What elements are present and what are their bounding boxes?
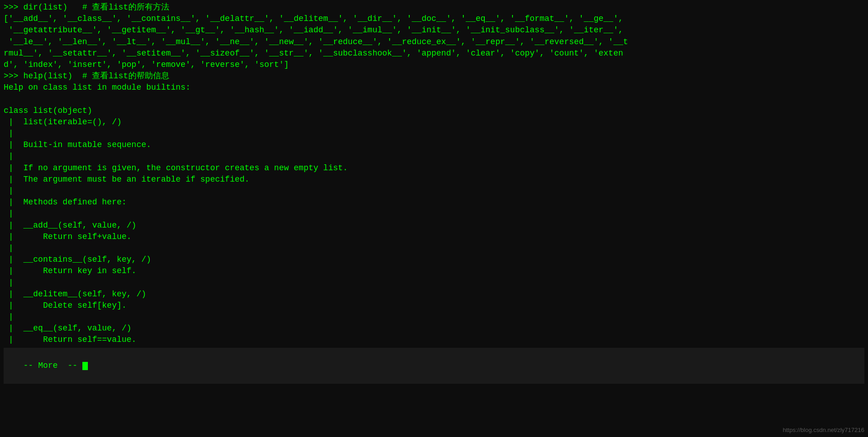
line-dir-output-1: ['__add__', '__class__', '__contains__',… — [4, 13, 864, 25]
line-help-header: Help on class list in module builtins: — [4, 82, 864, 93]
line-bar-blank-4: | — [4, 208, 864, 219]
line-bar-delitem: | __delitem__(self, key, /) — [4, 289, 864, 300]
line-bar-delitem-desc: | Delete self[key]. — [4, 300, 864, 311]
line-bar-desc: | Built-in mutable sequence. — [4, 139, 864, 151]
line-bar-blank-6: | — [4, 277, 864, 289]
line-bar-1: | list(iterable=(), /) — [4, 117, 864, 128]
line-blank-1 — [4, 94, 864, 105]
line-bar-blank-5: | — [4, 243, 864, 254]
more-suffix: -- — [58, 361, 82, 370]
watermark: https://blog.csdn.net/zly717216 — [783, 427, 864, 433]
line-bar-if: | If no argument is given, the construct… — [4, 163, 864, 174]
line-bar-eq: | __eq__(self, value, /) — [4, 323, 864, 334]
line-dir-output-4: rmul__', '__setattr__', '__setitem__', '… — [4, 48, 864, 59]
more-label: More — [38, 361, 58, 370]
line-bar-blank-1: | — [4, 128, 864, 139]
line-bar-blank-3: | — [4, 185, 864, 197]
line-bar-eq-desc: | Return self==value. — [4, 334, 864, 346]
line-bar-add: | __add__(self, value, /) — [4, 220, 864, 231]
more-prefix: -- — [23, 361, 38, 370]
line-bar-add-desc: | Return self+value. — [4, 231, 864, 243]
line-bar-blank-2: | — [4, 151, 864, 162]
terminal-window: >>> dir(list) # 查看list的所有方法 ['__add__', … — [0, 0, 868, 437]
line-dir-output-3: '__le__', '__len__', '__lt__', '__mul__'… — [4, 36, 864, 48]
line-class-def: class list(object) — [4, 105, 864, 117]
line-help-command: >>> help(list) # 查看list的帮助信息 — [4, 71, 864, 82]
cursor-block — [82, 362, 88, 370]
line-bar-contains: | __contains__(self, key, /) — [4, 254, 864, 265]
line-bar-arg: | The argument must be an iterable if sp… — [4, 174, 864, 185]
more-prompt-line[interactable]: -- More -- — [4, 348, 864, 384]
line-bar-blank-7: | — [4, 311, 864, 323]
line-dir-output-5: d', 'index', 'insert', 'pop', 'remove', … — [4, 59, 864, 71]
line-dir-command: >>> dir(list) # 查看list的所有方法 — [4, 2, 864, 13]
line-bar-methods: | Methods defined here: — [4, 197, 864, 208]
line-bar-contains-desc: | Return key in self. — [4, 265, 864, 277]
line-dir-output-2: '__getattribute__', '__getitem__', '__gt… — [4, 25, 864, 36]
